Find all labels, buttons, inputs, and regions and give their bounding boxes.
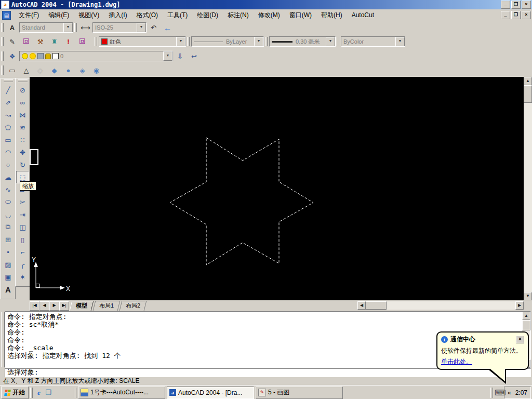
ie-icon[interactable]: e — [34, 388, 44, 397]
draw-polyline-button[interactable]: ↝ — [2, 109, 15, 121]
tab-model[interactable]: 模型 — [70, 301, 94, 311]
hidden-icon[interactable]: ◇ — [34, 64, 47, 76]
minimize-button[interactable]: _ — [501, 1, 510, 9]
show-desktop-icon[interactable]: ❐ — [44, 388, 53, 397]
region-button[interactable]: ▣ — [2, 271, 15, 283]
canvas-vertical-scrollbar[interactable]: ▲ ▼ — [524, 77, 532, 300]
trim-button[interactable]: ✂ — [16, 196, 29, 208]
menu-format[interactable]: 格式(O) — [132, 10, 163, 21]
scroll-down-icon[interactable]: ▼ — [524, 292, 532, 300]
layer-previous-icon[interactable]: ↩ — [188, 50, 201, 62]
toolbar-grip[interactable] — [1, 51, 4, 61]
plotstyle-select[interactable]: ByColor ▼ — [341, 36, 405, 47]
2d-wireframe-icon[interactable]: ▭ — [6, 64, 19, 76]
mirror-button[interactable]: ⋈ — [16, 109, 29, 121]
toolbar-grip[interactable] — [187, 37, 190, 46]
gouraud-shaded-icon[interactable]: ● — [62, 64, 75, 76]
tab-first-icon[interactable]: |◀ — [30, 301, 39, 311]
task-paint[interactable]: ✎ 5 - 画图 — [256, 387, 343, 399]
scroll-right-icon[interactable]: ▶ — [515, 301, 524, 310]
menu-autocut[interactable]: AutoCut — [347, 10, 379, 20]
vscroll-thumb[interactable] — [524, 85, 532, 103]
hatch-button[interactable]: ▨ — [2, 258, 15, 271]
tab-layout2[interactable]: 布局2 — [119, 301, 147, 311]
chevron-down-icon[interactable]: ▼ — [163, 51, 172, 61]
scroll-up-icon[interactable]: ▲ — [524, 77, 532, 85]
toolbar-grip[interactable] — [1, 23, 4, 32]
array-button[interactable]: ∷ — [16, 134, 29, 146]
insert-block-button[interactable]: ⧉ — [2, 221, 15, 233]
autocut-tool6-icon[interactable]: 回 — [76, 35, 89, 48]
color-select[interactable]: 红色 ▼ — [99, 36, 186, 47]
back-arrow-icon[interactable]: ← — [161, 21, 174, 34]
chamfer-button[interactable]: ⌐ — [16, 246, 29, 258]
undo-icon[interactable]: ↶ — [147, 21, 160, 34]
toolbar-grip[interactable] — [1, 37, 4, 46]
chevron-down-icon[interactable]: ▼ — [176, 37, 185, 46]
toolbar-grip[interactable] — [18, 79, 28, 82]
make-object-layer-current-icon[interactable]: ⇩ — [174, 50, 187, 62]
autocut-tool3-icon[interactable]: ⚒ — [34, 35, 47, 48]
draw-circle-button[interactable]: ○ — [2, 158, 15, 171]
tray-collapse-icon[interactable]: « — [508, 389, 511, 396]
start-button[interactable]: 开始 — [1, 387, 29, 399]
draw-polygon-button[interactable]: ⬠ — [2, 121, 15, 134]
chevron-down-icon[interactable]: ▼ — [326, 37, 335, 46]
explode-button[interactable]: ✶ — [16, 271, 29, 283]
draw-ellipse-arc-button[interactable]: ◡ — [2, 208, 15, 221]
menu-insert[interactable]: 插入(I) — [104, 10, 131, 21]
chevron-down-icon[interactable]: ▼ — [254, 37, 263, 46]
balloon-close-icon[interactable]: × — [516, 336, 524, 343]
autocut-tool5-icon[interactable]: ! — [62, 35, 75, 48]
cmdscroll-thumb[interactable] — [522, 320, 530, 330]
command-window-grip[interactable] — [1, 312, 5, 367]
fillet-button[interactable]: ╭ — [16, 258, 29, 271]
layer-select[interactable]: 0 ▼ — [19, 51, 173, 61]
toolbar-grip[interactable] — [1, 65, 4, 75]
break-at-point-button[interactable]: ◫ — [16, 221, 29, 233]
dim-style-icon[interactable]: ⟷ — [79, 21, 92, 34]
drawing-icon[interactable]: ▤ — [2, 11, 11, 20]
task-autocut[interactable]: 1号卡---AutoCut----... — [78, 387, 165, 399]
draw-point-button[interactable]: • — [2, 246, 15, 258]
move-button[interactable]: ✥ — [16, 146, 29, 158]
autocut-tool1-icon[interactable]: ✎ — [6, 35, 19, 48]
gouraud-shaded-edges-icon[interactable]: ◉ — [90, 64, 103, 76]
text-style-icon[interactable]: A — [6, 21, 19, 34]
scroll-left-icon[interactable]: ◀ — [357, 301, 366, 310]
draw-construction-line-button[interactable]: ⇗ — [2, 96, 15, 109]
tab-next-icon[interactable]: ▶ — [49, 301, 59, 311]
mdi-restore-button[interactable]: ❐ — [511, 11, 521, 19]
copy-button[interactable]: ∞ — [16, 96, 29, 109]
flat-shaded-edges-icon[interactable]: ◈ — [76, 64, 89, 76]
menu-view[interactable]: 视图(V) — [74, 10, 104, 21]
lineweight-select[interactable]: 0.30 毫米 ▼ — [269, 36, 336, 47]
linetype-select[interactable]: ByLayer ▼ — [191, 36, 264, 47]
balloon-link[interactable]: 单击此处。 — [441, 357, 524, 366]
draw-spline-button[interactable]: ∿ — [2, 183, 15, 196]
mdi-close-button[interactable]: × — [522, 11, 531, 19]
3d-wireframe-icon[interactable]: △ — [20, 64, 33, 76]
autocut-tool2-icon[interactable]: 回 — [20, 35, 33, 48]
draw-revision-cloud-button[interactable]: ☁ — [2, 171, 15, 183]
toolbar-grip[interactable] — [4, 79, 13, 82]
rotate-button[interactable]: ↻ — [16, 158, 29, 171]
break-button[interactable]: ▯ — [16, 233, 29, 246]
tab-layout1[interactable]: 布局1 — [93, 301, 121, 311]
toolbar-grip[interactable] — [95, 37, 97, 46]
star-selection[interactable] — [170, 138, 313, 265]
extend-button[interactable]: ⇥ — [16, 208, 29, 221]
erase-button[interactable]: ⊘ — [16, 84, 29, 96]
menu-window[interactable]: 窗口(W) — [285, 10, 316, 21]
hscroll-thumb[interactable] — [366, 301, 387, 310]
offset-button[interactable]: ≋ — [16, 121, 29, 134]
scroll-up-icon[interactable]: ▲ — [522, 312, 530, 320]
menu-draw[interactable]: 绘图(D) — [192, 10, 223, 21]
draw-rectangle-button[interactable]: ▭ — [2, 134, 15, 146]
menu-help[interactable]: 帮助(H) — [316, 10, 347, 21]
autocut-tool4-icon[interactable]: ♜ — [48, 35, 61, 48]
draw-line-button[interactable]: ╱ — [2, 84, 15, 96]
canvas-horizontal-scrollbar[interactable]: ◀ ▶ — [357, 301, 524, 310]
layers-icon[interactable]: ❖ — [6, 50, 19, 62]
keyboard-icon[interactable]: ⌨ — [495, 388, 504, 397]
